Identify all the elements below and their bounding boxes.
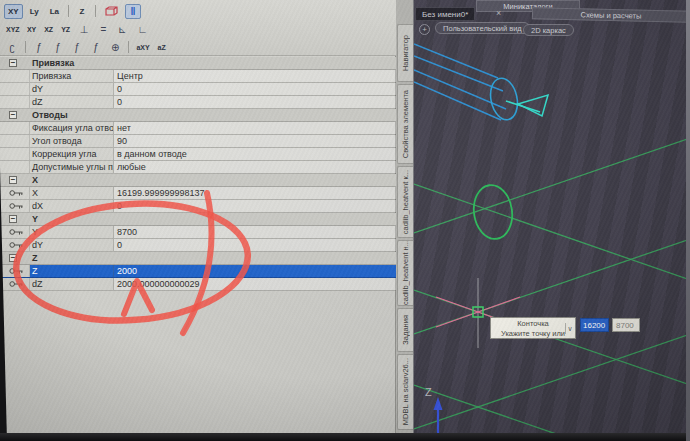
key-lock-icon[interactable] (0, 239, 30, 251)
collapse-minus-icon[interactable]: − (0, 109, 30, 121)
key-lock-icon[interactable] (0, 278, 30, 290)
az-button[interactable]: аZ (155, 40, 169, 55)
view-style-button[interactable]: Пользовательский вид (435, 22, 530, 34)
grid-line (414, 385, 690, 433)
yz-filter-button[interactable]: YZ (59, 22, 73, 37)
property-value[interactable]: 8700 (114, 226, 396, 238)
pause-tracking-button[interactable]: ‖ (125, 4, 141, 19)
property-row[interactable]: Допустимые углы пр...любые (0, 161, 396, 174)
visual-style-button[interactable]: 2D каркас (523, 24, 574, 36)
cad-application-screen: XYLyLaZ‖ XYZXYXZYZ⊥=⊾∟ ʗƒƒƒƒ⊕аXYаZ −Прив… (0, 0, 690, 441)
property-row[interactable]: Угол отвода90 (0, 135, 396, 148)
property-row[interactable]: dX0 (0, 200, 396, 213)
property-value[interactable]: любые (114, 161, 396, 173)
property-value[interactable]: 0 (114, 239, 396, 251)
coord-y-input[interactable]: 8700 (612, 318, 640, 332)
property-group-row[interactable]: −Отводы (0, 109, 396, 122)
red-cube-icon[interactable] (101, 4, 122, 19)
coord-x-input[interactable]: 16200 (580, 318, 609, 332)
key-lock-icon[interactable] (0, 226, 30, 238)
snap-toolbar: XYLyLaZ‖ XYZXYXZYZ⊥=⊾∟ ʗƒƒƒƒ⊕аXYаZ (0, 0, 396, 56)
property-value[interactable]: нет (114, 122, 396, 134)
la-mode-button[interactable]: La (46, 4, 63, 19)
property-group-row[interactable]: −Y (0, 213, 396, 226)
side-tab[interactable]: Свойства элемента (397, 84, 413, 164)
toolbar-row-1: XYLyLaZ‖ (4, 2, 394, 20)
viewport-3d[interactable]: Z Миникаталоги Схемы и расчеты Без имени… (414, 0, 690, 433)
collapse-minus-icon[interactable]: − (0, 252, 30, 264)
property-row[interactable]: dZ0 (0, 96, 396, 109)
row-gutter (0, 135, 30, 147)
xy-filter-button[interactable]: XY (25, 22, 39, 37)
property-row[interactable]: dY0 (0, 239, 396, 252)
row-gutter (0, 148, 30, 160)
ly-mode-button[interactable]: Ly (26, 4, 43, 19)
side-tab[interactable]: cadlib_heatvent н... (397, 240, 413, 306)
close-icon[interactable]: × (496, 8, 501, 18)
key-lock-icon[interactable] (0, 187, 30, 199)
angle-snap-icon[interactable]: ⊾ (114, 22, 130, 37)
toolbar-row-3: ʗƒƒƒƒ⊕аXYаZ (4, 38, 394, 56)
property-label: Фиксация угла отвода (30, 122, 114, 134)
property-value[interactable]: в данном отводе (114, 148, 396, 160)
xy-mode-button[interactable]: XY (4, 4, 23, 19)
xyz-filter-button[interactable]: XYZ (4, 22, 22, 37)
property-row[interactable]: Z2000 (0, 265, 396, 278)
side-tab[interactable]: Навигатор (397, 24, 413, 82)
side-tab[interactable]: cadlib_heatvent к... (397, 166, 413, 238)
row-gutter (0, 83, 30, 95)
side-tab-label: Свойства элемента (401, 90, 410, 158)
row-gutter (0, 161, 30, 173)
property-row[interactable]: dY0 (0, 83, 396, 96)
property-value[interactable]: 2000 (114, 265, 396, 277)
group-label: Отводы (30, 109, 114, 121)
property-value[interactable]: 90 (114, 135, 396, 147)
property-value[interactable]: 2000.000000000029 (114, 278, 396, 290)
snap-icon-1[interactable]: ƒ (31, 40, 47, 55)
property-row[interactable]: X16199.999999998137 (0, 187, 396, 200)
z-mode-button[interactable]: Z (74, 4, 90, 19)
toolbar-separator (128, 41, 129, 53)
side-tab[interactable]: MDBL на sclarv26... (397, 354, 413, 430)
key-lock-icon[interactable] (0, 200, 30, 212)
property-grid: −ПривязкаПривязкаЦентрdY0dZ0−ОтводыФикса… (0, 57, 396, 291)
properties-panel: XYLyLaZ‖ XYZXYXZYZ⊥=⊾∟ ʗƒƒƒƒ⊕аXYаZ −Прив… (0, 0, 396, 433)
xz-filter-button[interactable]: XZ (42, 22, 56, 37)
property-value[interactable]: 0 (114, 83, 396, 95)
property-row[interactable]: Y8700 (0, 226, 396, 239)
property-group-row[interactable]: −X (0, 174, 396, 187)
z-axis-arrowhead (434, 397, 443, 410)
chevron-down-icon[interactable]: ∨ (565, 323, 574, 334)
property-label: Коррекция угла (30, 148, 114, 160)
viewport-canvas[interactable]: Z (414, 0, 690, 433)
ucs-world-icon[interactable]: ⊕ (107, 40, 123, 55)
property-value[interactable]: 16199.999999998137 (114, 187, 396, 199)
collapse-minus-icon[interactable]: − (0, 174, 30, 186)
snap-icon-3[interactable]: ƒ (69, 40, 85, 55)
property-group-row[interactable]: −Z (0, 252, 396, 265)
side-tab[interactable]: Задания (397, 308, 413, 352)
viewport-plus-button[interactable]: + (419, 24, 430, 35)
row-gutter (0, 122, 30, 134)
property-group-row[interactable]: −Привязка (0, 57, 396, 70)
property-row[interactable]: ПривязкаЦентр (0, 70, 396, 83)
snap-icon-4[interactable]: ƒ (88, 40, 104, 55)
prompt-label: Укажите точку или (491, 329, 575, 339)
key-lock-icon[interactable] (0, 265, 30, 277)
property-value[interactable]: 0 (114, 96, 396, 108)
property-value[interactable]: 0 (114, 200, 396, 212)
group-label: X (30, 174, 114, 186)
property-row[interactable]: Коррекция углав данном отводе (0, 148, 396, 161)
collapse-minus-icon[interactable]: − (0, 57, 30, 69)
property-row[interactable]: dZ2000.000000000029 (0, 278, 396, 291)
arc-icon[interactable]: ʗ (4, 40, 20, 55)
property-value[interactable]: Центр (114, 70, 396, 82)
snap-icon-2[interactable]: ƒ (50, 40, 66, 55)
perpendicular-snap-icon[interactable]: ⊥ (76, 22, 93, 37)
parallel-snap-icon[interactable]: = (95, 22, 111, 37)
ortho-angle-icon[interactable]: ∟ (134, 22, 152, 37)
collapse-minus-icon[interactable]: − (0, 213, 30, 225)
property-row[interactable]: Фиксация угла отводанет (0, 122, 396, 135)
axy-button[interactable]: аXY (134, 40, 151, 55)
document-tab[interactable]: Без имени0* (415, 7, 475, 21)
